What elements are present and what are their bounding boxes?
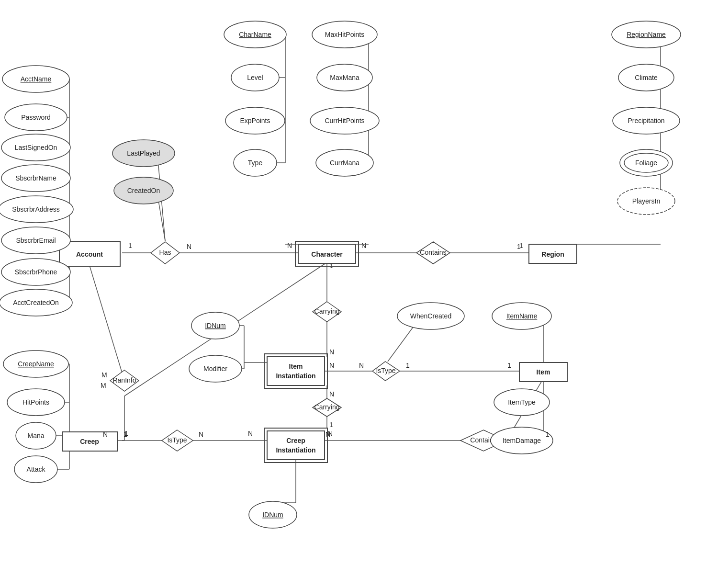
attack-text: Attack <box>27 465 46 473</box>
creep-instantiation-entity <box>267 431 325 460</box>
type-text: Type <box>248 159 263 167</box>
precipitation-text: Precipitation <box>628 117 664 124</box>
is-type-creep-label: IsType <box>167 436 187 444</box>
svg-line-62 <box>89 262 124 381</box>
char-name-text: CharName <box>239 31 271 38</box>
item-label: Item <box>537 368 550 376</box>
players-in-text: PlayersIn <box>632 197 660 205</box>
svg-text:N: N <box>329 348 334 356</box>
modifier-text: Modifier <box>203 365 227 373</box>
id-num-item-text: IDNum <box>205 322 226 329</box>
climate-text: Climate <box>635 74 658 81</box>
svg-text:N: N <box>329 362 334 369</box>
svg-text:1: 1 <box>329 421 333 429</box>
contains-1-label: 1 <box>517 243 521 250</box>
creep-name-text: CreepName <box>18 360 54 368</box>
item-type-text: ItemType <box>508 398 536 406</box>
max-hit-points-text: MaxHitPoints <box>325 31 364 38</box>
svg-text:M: M <box>101 382 106 389</box>
when-created-text: WhenCreated <box>410 312 451 320</box>
max-mana-text: MaxMana <box>330 74 359 81</box>
creep-instantiation-label2: Instantiation <box>276 446 315 454</box>
hit-points-text: HitPoints <box>22 398 49 406</box>
password-text: Password <box>21 113 50 121</box>
item-name-text: ItemName <box>506 312 538 320</box>
last-played-text: LastPlayed <box>127 149 160 157</box>
creep-label: Creep <box>80 438 99 445</box>
level-text: Level <box>247 74 263 81</box>
is-type-n-label: N <box>359 362 364 369</box>
svg-text:N: N <box>248 430 253 437</box>
item-damage-text: ItemDamage <box>503 437 541 444</box>
is-type-item-label: IsType <box>376 367 395 374</box>
account-label: Account <box>76 250 103 258</box>
svg-text:N: N <box>361 242 366 249</box>
created-on-text: CreatedOn <box>127 187 160 194</box>
sbscrb-phone-text: SbscrbrPhone <box>15 268 57 276</box>
svg-text:N: N <box>329 390 334 398</box>
contains-bottom-n-label: N <box>325 430 330 438</box>
sbscrb-email-text: SbscrbrEmail <box>16 237 56 244</box>
svg-text:1: 1 <box>128 242 132 249</box>
curr-hit-points-text: CurrHitPoints <box>325 117 364 124</box>
exp-points-text: ExpPoints <box>240 117 270 124</box>
carrying-upper-label: Carrying <box>314 307 340 315</box>
has-n-label: N <box>187 243 191 250</box>
creep-is-type-1-label: 1 <box>123 430 127 438</box>
creep-is-type-n-label: N <box>199 430 203 438</box>
id-num-creep-text: IDNum <box>262 511 283 519</box>
character-label: Character <box>311 250 343 258</box>
curr-mana-text: CurrMana <box>330 159 359 167</box>
creep-instantiation-label: Creep <box>286 437 305 444</box>
item-instantiation-entity <box>267 357 325 385</box>
carrying-lower-label: Carrying <box>314 403 340 411</box>
sbscrb-address-text: SbscrbrAddress <box>12 205 60 213</box>
svg-text:N: N <box>287 242 292 249</box>
ran-info-n-label: N <box>103 430 108 438</box>
sbscrb-name-text: SbscrbrName <box>15 174 56 182</box>
last-signed-on-text: LastSignedOn <box>15 144 57 151</box>
er-diagram: text { font-family: Arial, sans-serif; f… <box>0 0 718 588</box>
ran-info-m-label: M <box>101 371 107 379</box>
acct-created-on-text: AcctCreatedOn <box>13 299 59 306</box>
foliage-text: Foliage <box>635 159 657 167</box>
svg-text:1: 1 <box>507 362 511 369</box>
ran-info-label: RanInfo <box>112 376 136 384</box>
mana-text: Mana <box>27 432 44 440</box>
region-label: Region <box>541 250 564 258</box>
item-instantiation-label2: Instantiation <box>276 372 315 380</box>
region-name-text: RegionName <box>627 31 666 38</box>
item-instantiation-label: Item <box>289 362 303 370</box>
contains-region-label: Contains <box>420 249 446 256</box>
contains-bottom-1-label: 1 <box>546 430 550 438</box>
is-type-1-label: 1 <box>406 362 410 369</box>
has-label: Has <box>159 249 171 256</box>
acct-name-text: AcctName <box>21 75 52 83</box>
